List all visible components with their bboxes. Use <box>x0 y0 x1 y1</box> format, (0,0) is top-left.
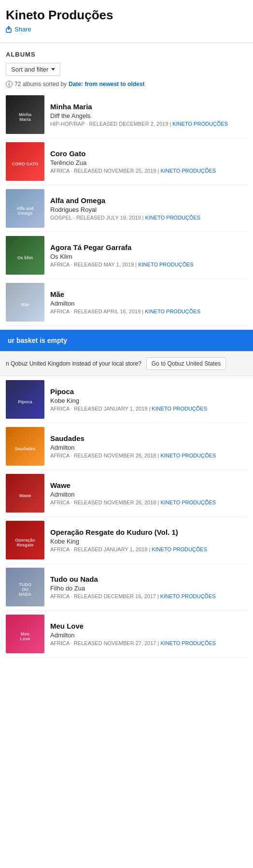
albums-label: ALBUMS <box>6 51 247 58</box>
album-artist: Admilton <box>50 491 247 498</box>
album-cover: Mãe <box>6 283 44 322</box>
album-title: Agora Tá Pegar Garrafa <box>50 243 247 251</box>
album-artist: Admilton <box>50 300 247 307</box>
album-cover-art: Mãe <box>6 283 44 322</box>
album-list: Minha Maria Minha Maria Diff the Angels … <box>6 91 247 326</box>
album-label-link[interactable]: KINETO PRODUÇÕES <box>160 168 216 174</box>
album-info: Tudo ou Nada Filho do Zua AFRICA · RELEA… <box>50 575 247 599</box>
sort-info: i 72 albums sorted by Date: from newest … <box>6 81 247 88</box>
basket-bar: ur basket is empty <box>0 330 253 351</box>
store-text: n Qobuz United Kingdom instead of your l… <box>6 360 141 367</box>
album-title: Alfa and Omega <box>50 196 247 205</box>
album-title: Mãe <box>50 290 247 298</box>
album-info: Meu Love Admilton AFRICA · RELEASED NOVE… <box>50 622 247 646</box>
album-meta: HIP-HOP/RAP · RELEASED DECEMBER 2, 2019 … <box>50 121 247 127</box>
share-label: Share <box>14 26 31 33</box>
album-item[interactable]: Os klim Agora Tá Pegar Garrafa Os Klim A… <box>6 232 247 279</box>
album-cover-art: Minha Maria <box>6 95 44 134</box>
album-meta: AFRICA · RELEASED APRIL 16, 2019 | KINET… <box>50 309 247 314</box>
album-cover-art: Pipoca <box>6 380 44 419</box>
album-label-link[interactable]: KINETO PRODUÇÕES <box>160 500 216 505</box>
album-item[interactable]: Pipoca Pipoca Kobe King AFRICA · RELEASE… <box>6 376 247 423</box>
album-item[interactable]: Minha Maria Minha Maria Diff the Angels … <box>6 91 247 138</box>
album-label-link[interactable]: KINETO PRODUÇÕES <box>160 453 216 458</box>
album-label-link[interactable]: KINETO PRODUÇÕES <box>160 640 216 646</box>
sort-count: 72 albums sorted by <box>14 81 67 88</box>
album-cover-art: Wawe <box>6 474 44 513</box>
album-title: Pipoca <box>50 387 247 396</box>
go-to-qobuz-button[interactable]: Go to Qobuz United States <box>146 357 226 370</box>
album-item[interactable]: TUDO OU NADA Tudo ou Nada Filho do Zua A… <box>6 564 247 611</box>
album-title: Wawe <box>50 481 247 489</box>
album-cover: Minha Maria <box>6 95 44 134</box>
album-info: Alfa and Omega Rodrigues Royal GOSPEL · … <box>50 196 247 221</box>
album-title: Operação Resgate do Kuduro (Vol. 1) <box>50 528 247 536</box>
album-info: Mãe Admilton AFRICA · RELEASED APRIL 16,… <box>50 290 247 314</box>
album-artist: Terêncio Zua <box>50 159 247 166</box>
album-item[interactable]: Alfa and Omega Alfa and Omega Rodrigues … <box>6 185 247 232</box>
album-artist: Kobe King <box>50 397 247 404</box>
album-cover: TUDO OU NADA <box>6 568 44 606</box>
album-item[interactable]: Meu Love Meu Love Admilton AFRICA · RELE… <box>6 611 247 658</box>
album-info: Saudades Admilton AFRICA · RELEASED NOVE… <box>50 434 247 458</box>
header: Kineto Produções Share <box>0 0 253 40</box>
album-info: Pipoca Kobe King AFRICA · RELEASED JANUA… <box>50 387 247 412</box>
album-cover: Meu Love <box>6 615 44 653</box>
album-item[interactable]: Mãe Mãe Admilton AFRICA · RELEASED APRIL… <box>6 279 247 326</box>
album-item[interactable]: Wawe Wawe Admilton AFRICA · RELEASED NOV… <box>6 470 247 517</box>
album-title: Coro Gato <box>50 149 247 158</box>
share-link[interactable]: Share <box>6 26 247 33</box>
album-artist: Admilton <box>50 632 247 639</box>
chevron-down-icon <box>51 68 55 71</box>
album-meta: GOSPEL · RELEASED JULY 19, 2019 | KINETO… <box>50 215 247 221</box>
album-item[interactable]: Saudades Saudades Admilton AFRICA · RELE… <box>6 423 247 470</box>
album-artist: Filho do Zua <box>50 585 247 592</box>
album-cover-art: Saudades <box>6 427 44 466</box>
album-info: Coro Gato Terêncio Zua AFRICA · RELEASED… <box>50 149 247 174</box>
album-label-link[interactable]: KINETO PRODUÇÕES <box>172 121 228 127</box>
album-cover: Os klim <box>6 236 44 275</box>
album-artist: Kobe King <box>50 538 247 545</box>
album-cover: Pipoca <box>6 380 44 419</box>
album-meta: AFRICA · RELEASED NOVEMBER 25, 2019 | KI… <box>50 168 247 174</box>
album-cover-art: Meu Love <box>6 615 44 653</box>
album-meta: AFRICA · RELEASED NOVEMBER 27, 2017 | KI… <box>50 640 247 646</box>
info-icon: i <box>6 81 13 88</box>
page-title: Kineto Produções <box>6 8 247 23</box>
album-label-link[interactable]: KINETO PRODUÇÕES <box>145 309 200 314</box>
album-label-link[interactable]: KINETO PRODUÇÕES <box>138 262 194 267</box>
album-artist: Diff the Angels <box>50 112 247 119</box>
album-item[interactable]: Operação Resgate Operação Resgate do Kud… <box>6 517 247 564</box>
album-label-link[interactable]: KINETO PRODUÇÕES <box>152 406 207 412</box>
album-label-link[interactable]: KINETO PRODUÇÕES <box>152 546 207 552</box>
album-title: Minha Maria <box>50 103 247 111</box>
albums-section: ALBUMS Sort and filter i 72 albums sorte… <box>0 51 253 326</box>
album-cover: Saudades <box>6 427 44 466</box>
album-cover-art: Alfa and Omega <box>6 189 44 228</box>
lower-album-list: Pipoca Pipoca Kobe King AFRICA · RELEASE… <box>6 376 247 658</box>
album-cover: Wawe <box>6 474 44 513</box>
album-cover: Operação Resgate <box>6 521 44 559</box>
album-cover: CORO GATO <box>6 142 44 181</box>
album-meta: AFRICA · RELEASED JANUARY 1, 2019 | KINE… <box>50 406 247 412</box>
album-info: Wawe Admilton AFRICA · RELEASED NOVEMBER… <box>50 481 247 505</box>
album-title: Tudo ou Nada <box>50 575 247 583</box>
album-info: Agora Tá Pegar Garrafa Os Klim AFRICA · … <box>50 243 247 267</box>
album-cover-art: Operação Resgate <box>6 521 44 559</box>
album-meta: AFRICA · RELEASED NOVEMBER 26, 2018 | KI… <box>50 500 247 505</box>
album-artist: Os Klim <box>50 253 247 260</box>
sort-filter-button[interactable]: Sort and filter <box>6 63 60 76</box>
header-divider <box>0 43 253 43</box>
album-item[interactable]: CORO GATO Coro Gato Terêncio Zua AFRICA … <box>6 138 247 185</box>
sort-filter-label: Sort and filter <box>11 66 48 73</box>
album-info: Operação Resgate do Kuduro (Vol. 1) Kobe… <box>50 528 247 552</box>
album-artist: Rodrigues Royal <box>50 206 247 213</box>
share-icon <box>6 26 13 33</box>
albums-section-lower: Pipoca Pipoca Kobe King AFRICA · RELEASE… <box>0 376 253 658</box>
album-cover-art: CORO GATO <box>6 142 44 181</box>
basket-text: ur basket is empty <box>8 337 67 344</box>
album-label-link[interactable]: KINETO PRODUÇÕES <box>145 215 200 221</box>
album-meta: AFRICA · RELEASED DECEMBER 16, 2017 | KI… <box>50 593 247 599</box>
album-title: Meu Love <box>50 622 247 630</box>
album-label-link[interactable]: KINETO PRODUÇÕES <box>160 593 216 599</box>
